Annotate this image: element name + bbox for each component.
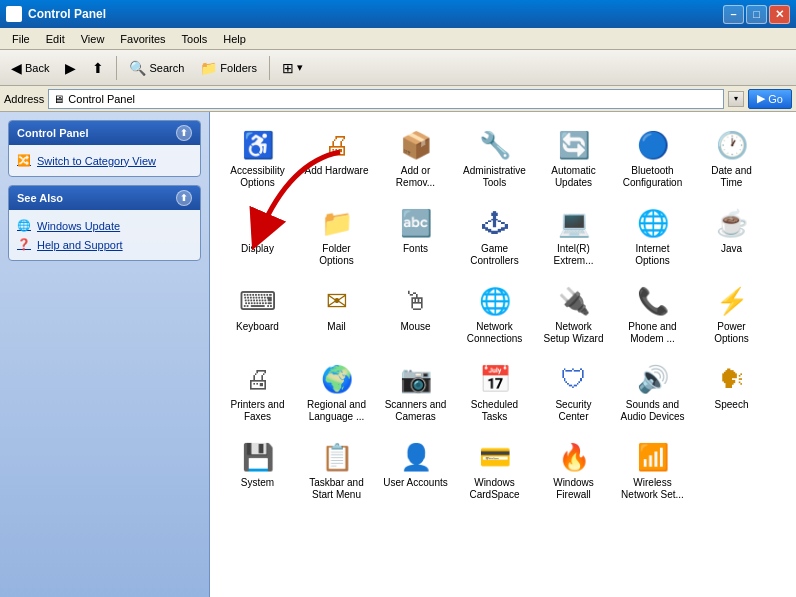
icon-item-java[interactable]: ☕ Java (694, 200, 769, 274)
icon-item-bluetooth[interactable]: 🔵 Bluetooth Configuration (615, 122, 690, 196)
accessibility-icon: ♿ (242, 129, 274, 161)
icon-item-folder-options[interactable]: 📁 Folder Options (299, 200, 374, 274)
intel-label: Intel(R) Extrem... (541, 243, 606, 267)
window-title: Control Panel (28, 7, 723, 21)
mouse-icon: 🖱 (400, 285, 432, 317)
phone-modem-icon: 📞 (637, 285, 669, 317)
fonts-icon: 🔤 (400, 207, 432, 239)
icon-item-regional-language[interactable]: 🌍 Regional and Language ... (299, 356, 374, 430)
bluetooth-label: Bluetooth Configuration (620, 165, 685, 189)
menu-favorites[interactable]: Favorites (112, 31, 173, 47)
icon-item-user-accounts[interactable]: 👤 User Accounts (378, 434, 453, 508)
icon-item-power-options[interactable]: ⚡ Power Options (694, 278, 769, 352)
switch-to-category-link[interactable]: 🔀 Switch to Category View (17, 151, 192, 170)
system-label: System (241, 477, 274, 489)
windows-cardspace-label: Windows CardSpace (462, 477, 527, 501)
auto-updates-icon: 🔄 (558, 129, 590, 161)
icon-item-mouse[interactable]: 🖱 Mouse (378, 278, 453, 352)
icon-item-system[interactable]: 💾 System (220, 434, 295, 508)
icon-item-sounds-audio[interactable]: 🔊 Sounds and Audio Devices (615, 356, 690, 430)
go-button[interactable]: ▶ Go (748, 89, 792, 109)
icon-item-accessibility[interactable]: ♿ Accessibility Options (220, 122, 295, 196)
address-dropdown[interactable]: ▾ (728, 91, 744, 107)
close-button[interactable]: ✕ (769, 5, 790, 24)
admin-tools-label: Administrative Tools (462, 165, 527, 189)
intel-icon: 💻 (558, 207, 590, 239)
add-hardware-label: Add Hardware (305, 165, 369, 177)
windows-update-label: Windows Update (37, 220, 120, 232)
icon-item-taskbar-startmenu[interactable]: 📋 Taskbar and Start Menu (299, 434, 374, 508)
keyboard-icon: ⌨ (242, 285, 274, 317)
icon-item-internet-options[interactable]: 🌐 Internet Options (615, 200, 690, 274)
back-button[interactable]: ◀ Back (4, 56, 56, 80)
views-button[interactable]: ⊞ ▾ (275, 56, 310, 80)
menu-help[interactable]: Help (215, 31, 254, 47)
folder-options-label: Folder Options (304, 243, 369, 267)
windows-cardspace-icon: 💳 (479, 441, 511, 473)
windows-update-link[interactable]: 🌐 Windows Update (17, 216, 192, 235)
icon-item-auto-updates[interactable]: 🔄 Automatic Updates (536, 122, 611, 196)
icon-item-keyboard[interactable]: ⌨ Keyboard (220, 278, 295, 352)
sidebar-see-also-section: See Also ⬆ 🌐 Windows Update ❓ Help and S… (8, 185, 201, 261)
menu-view[interactable]: View (73, 31, 113, 47)
display-icon: 🖥 (242, 207, 274, 239)
icon-item-windows-cardspace[interactable]: 💳 Windows CardSpace (457, 434, 532, 508)
scanners-cameras-label: Scanners and Cameras (383, 399, 448, 423)
help-support-link[interactable]: ❓ Help and Support (17, 235, 192, 254)
icon-item-network-setup[interactable]: 🔌 Network Setup Wizard (536, 278, 611, 352)
search-label: Search (149, 62, 184, 74)
icon-item-display[interactable]: 🖥 Display (220, 200, 295, 274)
wireless-network-icon: 📶 (637, 441, 669, 473)
internet-options-icon: 🌐 (637, 207, 669, 239)
address-input-area[interactable]: 🖥 Control Panel (48, 89, 724, 109)
up-button[interactable]: ⬆ (85, 56, 111, 80)
sidebar-panel-header: Control Panel ⬆ (9, 121, 200, 145)
toolbar: ◀ Back ▶ ⬆ 🔍 Search 📁 Folders ⊞ ▾ (0, 50, 796, 86)
menu-edit[interactable]: Edit (38, 31, 73, 47)
sidebar-see-also-content: 🌐 Windows Update ❓ Help and Support (9, 210, 200, 260)
icon-item-game-controllers[interactable]: 🕹 Game Controllers (457, 200, 532, 274)
power-options-label: Power Options (699, 321, 764, 345)
icon-item-datetime[interactable]: 🕐 Date and Time (694, 122, 769, 196)
icons-grid: ♿ Accessibility Options 🖨 Add Hardware 📦… (220, 122, 786, 508)
user-accounts-icon: 👤 (400, 441, 432, 473)
sidebar-see-also-collapse[interactable]: ⬆ (176, 190, 192, 206)
search-button[interactable]: 🔍 Search (122, 56, 191, 80)
sidebar-panel-section: Control Panel ⬆ 🔀 Switch to Category Vie… (8, 120, 201, 177)
scheduled-tasks-label: Scheduled Tasks (462, 399, 527, 423)
icon-item-fonts[interactable]: 🔤 Fonts (378, 200, 453, 274)
folders-button[interactable]: 📁 Folders (193, 56, 264, 80)
icon-item-add-hardware[interactable]: 🖨 Add Hardware (299, 122, 374, 196)
icon-item-wireless-network[interactable]: 📶 Wireless Network Set... (615, 434, 690, 508)
forward-icon: ▶ (65, 60, 76, 76)
minimize-button[interactable]: – (723, 5, 744, 24)
mail-icon: ✉ (321, 285, 353, 317)
toolbar-separator-1 (116, 56, 117, 80)
icon-item-printers-faxes[interactable]: 🖨 Printers and Faxes (220, 356, 295, 430)
icon-item-intel[interactable]: 💻 Intel(R) Extrem... (536, 200, 611, 274)
menu-file[interactable]: File (4, 31, 38, 47)
forward-button[interactable]: ▶ (58, 56, 83, 80)
icon-item-admin-tools[interactable]: 🔧 Administrative Tools (457, 122, 532, 196)
java-label: Java (721, 243, 742, 255)
icon-item-windows-firewall[interactable]: 🔥 Windows Firewall (536, 434, 611, 508)
sidebar-collapse-button[interactable]: ⬆ (176, 125, 192, 141)
icon-item-security-center[interactable]: 🛡 Security Center (536, 356, 611, 430)
sounds-audio-icon: 🔊 (637, 363, 669, 395)
address-icon: 🖥 (53, 93, 64, 105)
icon-item-scanners-cameras[interactable]: 📷 Scanners and Cameras (378, 356, 453, 430)
display-label: Display (241, 243, 274, 255)
content-area: ♿ Accessibility Options 🖨 Add Hardware 📦… (210, 112, 796, 597)
icon-item-speech[interactable]: 🗣 Speech (694, 356, 769, 430)
add-remove-label: Add or Remov... (383, 165, 448, 189)
maximize-button[interactable]: □ (746, 5, 767, 24)
icon-item-add-remove[interactable]: 📦 Add or Remov... (378, 122, 453, 196)
icon-item-phone-modem[interactable]: 📞 Phone and Modem ... (615, 278, 690, 352)
icon-item-network-connections[interactable]: 🌐 Network Connections (457, 278, 532, 352)
menu-tools[interactable]: Tools (174, 31, 216, 47)
address-bar: Address 🖥 Control Panel ▾ ▶ Go (0, 86, 796, 112)
icon-item-scheduled-tasks[interactable]: 📅 Scheduled Tasks (457, 356, 532, 430)
bluetooth-icon: 🔵 (637, 129, 669, 161)
main-area: Control Panel ⬆ 🔀 Switch to Category Vie… (0, 112, 796, 597)
icon-item-mail[interactable]: ✉ Mail (299, 278, 374, 352)
